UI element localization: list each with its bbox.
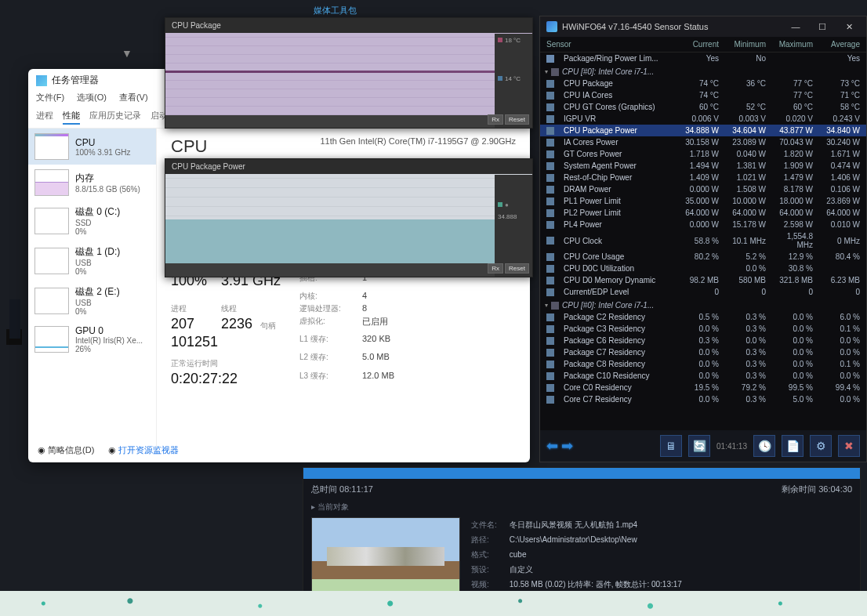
sensor-row[interactable]: Package C6 Residency0.3 %0.0 %0.0 %0.0 % [540,335,866,346]
sensor-row[interactable]: PL2 Power Limit64.000 W64.000 W64.000 W6… [540,207,866,219]
sensor-icon [546,372,554,380]
sensor-icon [546,265,554,273]
sensor-icon [546,253,554,261]
sensor-row[interactable]: Core C7 Residency0.0 %0.3 %5.0 %0.0 % [540,393,866,405]
sensor-row[interactable]: PL1 Power Limit35.000 W10.000 W18.000 W2… [540,195,866,207]
sensor-row[interactable]: Package C7 Residency0.0 %0.3 %0.0 %0.0 % [540,346,866,358]
sensor-row[interactable]: Package C8 Residency0.0 %0.3 %0.0 %0.1 % [540,358,866,370]
sensor-icon [546,80,554,88]
side-mem-sub: 8.8/15.8 GB (56%) [75,185,140,194]
sidebar-item-disk0[interactable]: 磁盘 0 (C:)SSD0% [28,201,156,241]
graph2-rx-button[interactable]: Rx [488,263,503,274]
minimize-button[interactable]: — [785,22,807,31]
sensor-icon [546,277,554,284]
sensor-icon [546,384,554,392]
task-manager-icon [36,75,47,86]
side-disk0-sub: SSD [75,219,120,227]
sensor-row[interactable]: Rest-of-Chip Power1.409 W1.021 W1.479 W1… [540,172,866,183]
side-gpu0-sub: Intel(R) Iris(R) Xe... [75,336,143,345]
sensor-icon [546,92,554,100]
sensor-row[interactable]: Package/Ring Power Lim... YesNoYes [540,53,866,64]
sensor-row[interactable]: Package C2 Residency0.5 %0.3 %0.0 %6.0 % [540,311,866,323]
sensor-row[interactable]: System Agent Power1.494 W1.381 W1.909 W0… [540,160,866,172]
sensor-row[interactable]: IGPU VR0.006 V0.003 V0.020 V0.243 V [540,113,866,125]
side-disk0-pct: 0% [75,227,120,236]
sensor-icon [546,174,554,182]
background-strip-2 [9,299,20,339]
back-button[interactable]: ⬅ [546,437,558,455]
toolbar-settings-button[interactable]: ⚙ [810,435,832,457]
cpu-package-graph-window[interactable]: CPU Package 18 °C 14 °C RxReset [165,17,533,129]
sensor-row[interactable]: Package C3 Residency0.0 %0.3 %0.0 %0.1 % [540,323,866,335]
sensor-row[interactable]: IA Cores Power30.158 W23.089 W70.043 W30… [540,136,866,148]
toolbar-close-button[interactable]: ✖ [838,435,860,457]
sensor-icon [546,288,554,296]
sensor-row[interactable]: Core C0 Residency19.5 %79.2 %99.5 %99.4 … [540,382,866,393]
toolbar-refresh-button[interactable]: 🔄 [688,435,710,457]
forward-button[interactable]: ➡ [561,437,573,455]
sensor-row[interactable]: CPU Package Power34.888 W34.604 W43.877 … [540,125,866,136]
hwinfo-toolbar[interactable]: ⬅ ➡ 🖥 🔄 01:41:13 🕓 📄 ⚙ ✖ [540,430,866,462]
sensor-icon [546,55,554,63]
disk0-sparkline [34,208,69,234]
toolbar-time: 01:41:13 [716,442,747,451]
tab-app-history[interactable]: 应用历史记录 [89,110,141,125]
sensor-icon [546,103,554,111]
filter-icon[interactable]: ▼ [122,47,132,60]
menu-options[interactable]: 选项(O) [77,92,107,103]
sidebar-item-disk2[interactable]: 磁盘 2 (E:)USB0% [28,281,156,321]
sensor-row[interactable]: CPU IA Cores74 °C77 °C71 °C [540,89,866,101]
hwinfo-columns[interactable]: Sensor Current Minimum Maximum Average [540,37,866,53]
sidebar-item-memory[interactable]: 内存8.8/15.8 GB (56%) [28,165,156,201]
sensor-icon [546,127,554,135]
video-thumbnail[interactable] [311,517,460,599]
fewer-details-link[interactable]: ◉ 简略信息(D) [38,444,94,456]
sensor-row[interactable]: PL4 Power0.000 W15.178 W2.598 W0.010 W [540,219,866,230]
sensor-row[interactable]: CPU D0C Utilization0.0 %30.8 % [540,263,866,274]
sensor-row[interactable]: DRAM Power0.000 W1.508 W8.178 W0.106 W [540,183,866,195]
toolbar-log-button[interactable]: 📄 [782,435,804,457]
hwinfo-window[interactable]: HWiNFO64 v7.16-4540 Sensor Status — ☐ ✕ … [539,16,867,462]
sensor-row[interactable]: GT Cores Power1.718 W0.040 W1.820 W1.671… [540,148,866,160]
total-time: 总时间 08:11:17 [311,484,373,495]
hwinfo-body[interactable]: Package/Ring Power Lim... YesNoYes CPU [… [540,53,866,430]
open-resmon-link[interactable]: ◉ 打开资源监视器 [108,444,179,456]
side-cpu-label: CPU [75,137,131,148]
sensor-row[interactable]: CPU GT Cores (Graphics)60 °C52 °C60 °C58… [540,101,866,113]
sensor-group[interactable]: CPU [#0]: Intel Core i7-1... [540,298,866,311]
sidebar-item-gpu0[interactable]: GPU 0Intel(R) Iris(R) Xe...26% [28,321,156,358]
sidebar-item-disk1[interactable]: 磁盘 1 (D:)USB0% [28,241,156,281]
sensor-icon [546,237,554,245]
tab-processes[interactable]: 进程 [36,110,53,125]
sensor-row[interactable]: CPU Package74 °C36 °C77 °C73 °C [540,78,866,89]
sensor-row[interactable]: CPU Core Usage80.2 %5.2 %12.9 %80.4 % [540,251,866,263]
toolbar-clock-button[interactable]: 🕓 [753,435,775,457]
graph1-title[interactable]: CPU Package [165,18,532,33]
progress-bar[interactable] [303,468,860,479]
sensor-row[interactable]: CPU Clock58.8 %10.1 MHz1,554.8 MHz0 MHz [540,230,866,251]
hwinfo-titlebar[interactable]: HWiNFO64 v7.16-4540 Sensor Status — ☐ ✕ [540,16,866,37]
menu-file[interactable]: 文件(F) [36,92,64,103]
encoder-panel[interactable]: 总时间 08:11:17 剩余时间 36:04:30 ▸ 当前对象 文件名: 冬… [303,467,861,592]
tab-performance[interactable]: 性能 [63,110,80,125]
toolbar-display-button[interactable]: 🖥 [660,435,682,457]
sensor-group[interactable]: CPU [#0]: Intel Core i7-1... [540,64,866,78]
gpu0-sparkline [34,326,69,353]
side-gpu0-pct: 26% [75,345,143,353]
task-manager-title: 任务管理器 [52,74,99,87]
close-button[interactable]: ✕ [838,22,860,32]
graph2-title[interactable]: CPU Package Power [165,159,532,174]
graph1-reset-button[interactable]: Reset [505,114,529,125]
cpu-model: 11th Gen Intel(R) Core(TM) i7-1195G7 @ 2… [320,136,516,146]
performance-sidebar[interactable]: CPU100% 3.91 GHz 内存8.8/15.8 GB (56%) 磁盘 … [28,129,157,451]
sensor-row[interactable]: Package C10 Residency0.0 %0.3 %0.0 %0.0 … [540,370,866,382]
sensor-row[interactable]: CPU D0 Memory Dynamic98.2 MB580 MB321.8 … [540,274,866,286]
sidebar-item-cpu[interactable]: CPU100% 3.91 GHz [28,129,156,165]
menu-view[interactable]: 查看(V) [119,92,148,103]
sensor-row[interactable]: Current/EDP Level0000 [540,286,866,298]
cpu-package-power-window[interactable]: CPU Package Power 68.000 0.000 ● 34.888 … [165,158,533,277]
maximize-button[interactable]: ☐ [811,22,833,32]
graph1-rx-button[interactable]: Rx [488,114,503,125]
graph2-reset-button[interactable]: Reset [505,263,529,274]
memory-sparkline [34,169,69,196]
